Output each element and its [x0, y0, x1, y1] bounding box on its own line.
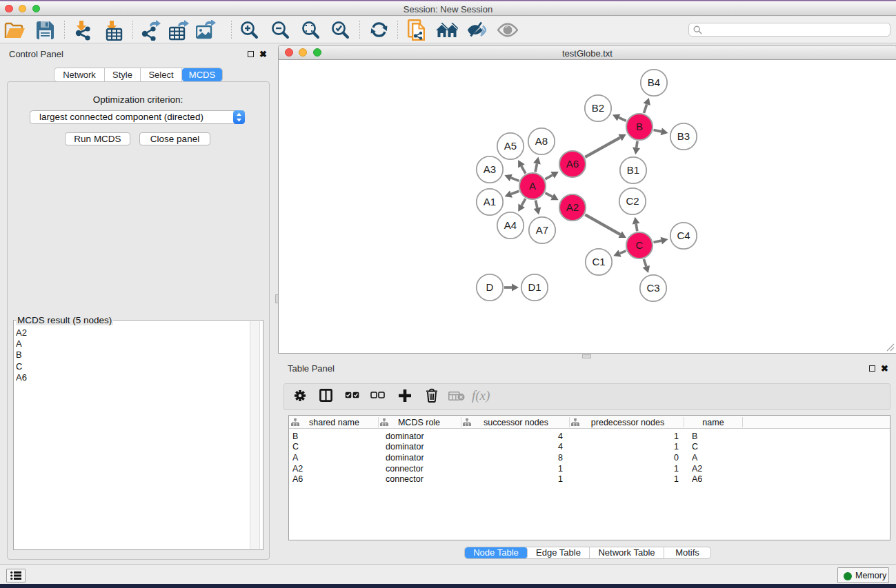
- svg-text:A5: A5: [504, 140, 517, 152]
- svg-text:B3: B3: [677, 130, 690, 142]
- svg-text:A: A: [529, 180, 536, 192]
- svg-text:A7: A7: [536, 224, 548, 236]
- svg-text:C4: C4: [677, 230, 690, 241]
- svg-text:A3: A3: [484, 163, 496, 175]
- svg-text:C2: C2: [626, 195, 639, 207]
- svg-text:A1: A1: [484, 196, 496, 207]
- svg-text:A4: A4: [504, 219, 517, 231]
- svg-text:C3: C3: [646, 282, 659, 294]
- svg-text:B: B: [636, 121, 643, 132]
- svg-text:B4: B4: [648, 77, 660, 88]
- svg-text:B2: B2: [592, 102, 604, 114]
- svg-text:D: D: [486, 281, 494, 293]
- svg-text:A8: A8: [535, 135, 548, 147]
- svg-text:B1: B1: [627, 164, 639, 176]
- svg-text:A2: A2: [566, 201, 579, 213]
- svg-text:D1: D1: [528, 281, 541, 293]
- svg-text:C1: C1: [592, 256, 605, 267]
- svg-text:A6: A6: [566, 158, 579, 170]
- svg-text:C: C: [636, 239, 644, 251]
